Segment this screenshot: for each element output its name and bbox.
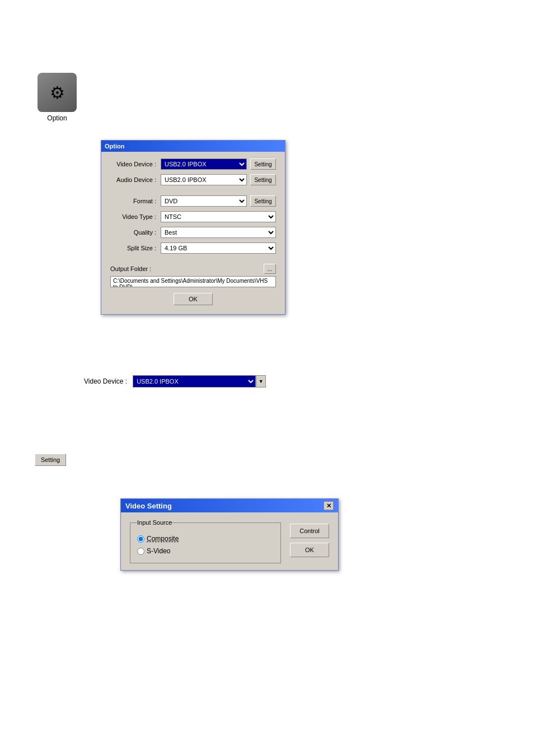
output-folder-row: Output Folder : ... — [110, 264, 276, 274]
split-size-select[interactable]: 4.19 GB — [161, 242, 276, 254]
output-path: C:\Documents and Settings\Administrator\… — [110, 276, 276, 287]
composite-radio[interactable] — [137, 535, 144, 543]
ok-button[interactable]: OK — [174, 293, 213, 305]
option-icon-container: ⚙ Option — [35, 73, 79, 122]
video-setting-dialog: Video Setting ✕ Input Source Composite S… — [120, 498, 339, 571]
format-row: Format : DVD Setting — [110, 195, 276, 207]
standalone-video-row: Video Device : USB2.0 IPBOX ▼ — [84, 375, 266, 388]
audio-device-label: Audio Device : — [110, 176, 161, 183]
standalone-video-select[interactable]: USB2.0 IPBOX — [133, 375, 256, 388]
dropdown-arrow-icon[interactable]: ▼ — [256, 375, 266, 388]
video-setting-buttons: Control OK — [290, 519, 329, 557]
video-setting-title-bar: Video Setting ✕ — [121, 499, 338, 512]
video-type-select[interactable]: NTSC — [161, 211, 276, 222]
svideo-radio-row: S-Video — [137, 547, 274, 555]
composite-label: Composite — [147, 535, 179, 543]
input-source-container: Input Source Composite S-Video — [130, 519, 281, 563]
option-dialog: Option Video Device : USB2.0 IPBOX Setti… — [101, 140, 285, 315]
video-setting-button[interactable]: Setting — [250, 158, 276, 170]
option-icon[interactable]: ⚙ — [38, 73, 77, 112]
svideo-radio[interactable] — [137, 548, 144, 555]
video-device-row: Video Device : USB2.0 IPBOX Setting — [110, 158, 276, 170]
video-ok-button[interactable]: OK — [290, 543, 329, 557]
audio-device-row: Audio Device : USB2.0 IPBOX Setting — [110, 174, 276, 185]
video-setting-close-button[interactable]: ✕ — [324, 501, 334, 510]
video-setting-body: Input Source Composite S-Video Control O… — [121, 512, 338, 570]
control-button[interactable]: Control — [290, 524, 329, 538]
input-source-legend: Input Source — [137, 519, 172, 526]
video-setting-title: Video Setting — [125, 502, 172, 510]
format-setting-button[interactable]: Setting — [250, 195, 276, 207]
split-size-label: Split Size : — [110, 245, 161, 251]
standalone-video-label: Video Device : — [84, 377, 127, 385]
audio-device-select[interactable]: USB2.0 IPBOX — [161, 174, 247, 185]
option-dialog-body: Video Device : USB2.0 IPBOX Setting Audi… — [101, 152, 285, 314]
split-size-row: Split Size : 4.19 GB — [110, 242, 276, 254]
browse-button[interactable]: ... — [264, 264, 276, 274]
standalone-setting-button[interactable]: Setting — [35, 454, 66, 466]
option-dialog-title: Option — [101, 141, 285, 152]
format-select[interactable]: DVD — [161, 195, 247, 207]
quality-row: Quality : Best — [110, 227, 276, 238]
output-folder-label: Output Folder : — [110, 265, 264, 272]
video-device-select[interactable]: USB2.0 IPBOX — [161, 158, 247, 170]
quality-label: Quality : — [110, 229, 161, 236]
video-type-row: Video Type : NTSC — [110, 211, 276, 222]
input-source-fieldset: Input Source Composite S-Video — [130, 519, 281, 563]
video-type-label: Video Type : — [110, 213, 161, 220]
composite-radio-row: Composite — [137, 535, 274, 543]
audio-setting-button[interactable]: Setting — [250, 174, 276, 185]
video-device-label: Video Device : — [110, 161, 161, 167]
format-label: Format : — [110, 198, 161, 204]
option-icon-label: Option — [47, 114, 67, 122]
svideo-label: S-Video — [147, 547, 170, 555]
quality-select[interactable]: Best — [161, 227, 276, 238]
ok-btn-row: OK — [110, 293, 276, 307]
